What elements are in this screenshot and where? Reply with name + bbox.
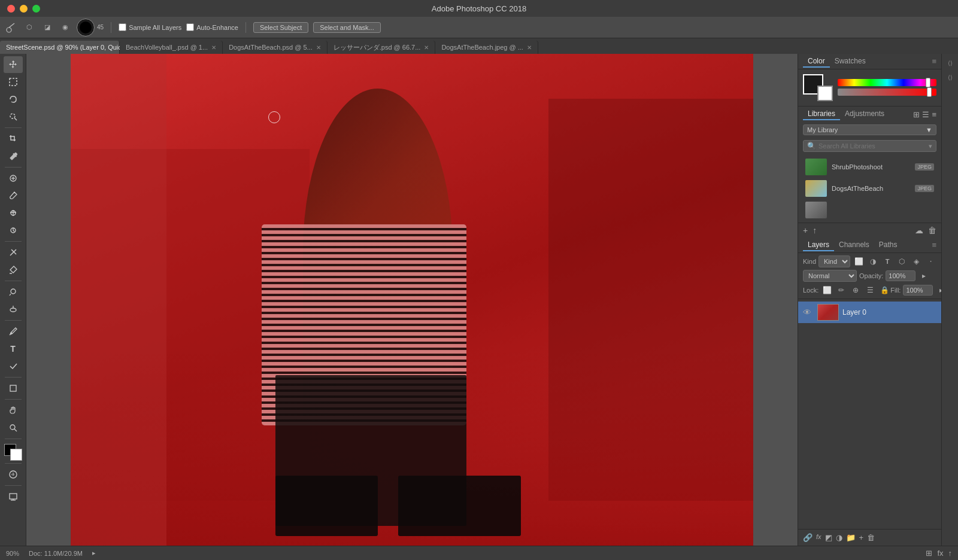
opacity-input[interactable] (886, 270, 915, 281)
layer-mask-icon[interactable]: ◩ (825, 533, 832, 542)
minimize-button[interactable] (20, 5, 28, 13)
canvas-area[interactable] (26, 54, 798, 546)
brush-icon[interactable] (4, 187, 23, 204)
blend-mode-select[interactable]: Normal (803, 270, 857, 282)
bg-color-swatch[interactable] (817, 86, 833, 101)
window-controls[interactable] (7, 5, 40, 13)
blur-tool-icon[interactable] (4, 284, 23, 300)
dodge-tool-icon[interactable] (4, 301, 23, 318)
tab-beachvolleyball-close[interactable]: ✕ (211, 44, 216, 51)
lasso-tool-icon[interactable] (4, 91, 23, 108)
layer-fx-icon[interactable]: fx (816, 533, 821, 542)
arrange-icon[interactable]: ⊞ (926, 549, 932, 558)
shape-tool-icon[interactable] (4, 380, 23, 397)
close-button[interactable] (7, 5, 15, 13)
libraries-grid-view[interactable]: ⊞ (913, 110, 920, 119)
auto-enhance-checkbox[interactable]: Auto-Enhance (186, 23, 238, 31)
tab-dogsatthebeach-close[interactable]: ✕ (316, 44, 321, 51)
text-tool-icon[interactable]: T (4, 340, 23, 357)
paint-bucket-icon[interactable] (4, 261, 23, 278)
zoom-fit-icon[interactable]: fx (937, 549, 943, 558)
eyedropper-icon[interactable] (4, 148, 23, 165)
tab-color[interactable]: Color (803, 56, 830, 68)
layer-delete-icon[interactable]: 🗑 (867, 533, 875, 542)
crop-tool-icon[interactable] (4, 130, 23, 147)
library-search-expand[interactable]: ▾ (929, 142, 932, 150)
layers-panel-menu[interactable]: ≡ (932, 241, 936, 249)
panel-expand-1[interactable]: ⟨⟩ (944, 56, 957, 69)
tab-dogsatthebeach[interactable]: DogsAtTheBeach.psd @ 5... ✕ (223, 41, 328, 54)
brush-mode-icon[interactable]: ◪ (41, 21, 54, 34)
healing-brush-icon[interactable] (4, 170, 23, 187)
brush-pressure-icon[interactable]: ◉ (59, 21, 72, 34)
tab-adjustments[interactable]: Adjustments (840, 108, 889, 120)
libraries-list-view[interactable]: ☰ (922, 110, 929, 119)
hand-tool-icon[interactable] (4, 402, 23, 419)
move-tool-icon[interactable] (4, 56, 23, 73)
quick-mask-icon[interactable] (4, 466, 23, 483)
library-upload-btn[interactable]: ↑ (813, 226, 817, 235)
layer-new-icon[interactable]: + (859, 533, 864, 542)
filter-pixel-icon[interactable]: ⬜ (853, 255, 865, 267)
opacity-arrow[interactable]: ▸ (918, 270, 930, 282)
eraser-icon[interactable] (4, 244, 23, 261)
library-add-btn[interactable]: + (803, 226, 808, 235)
library-dropdown[interactable]: My Library ▼ (803, 124, 936, 135)
filter-toggle[interactable]: ⬝ (924, 255, 936, 267)
fill-input[interactable] (903, 285, 933, 296)
libraries-panel-menu[interactable]: ≡ (932, 110, 936, 119)
layer-group-icon[interactable]: 📁 (846, 533, 856, 542)
filter-adjustment-icon[interactable]: ◑ (867, 255, 879, 267)
library-search-input[interactable] (818, 142, 926, 150)
saturation-slider[interactable] (838, 89, 936, 96)
brush-options-icon[interactable]: ⬡ (23, 21, 36, 34)
tab-paths[interactable]: Paths (874, 239, 902, 251)
sample-all-layers-checkbox[interactable]: Sample All Layers (119, 23, 181, 31)
screen-mode-icon[interactable] (4, 488, 23, 505)
lock-transparency-icon[interactable]: ⬜ (821, 284, 833, 296)
quick-selection-icon[interactable] (4, 108, 23, 125)
tab-swatches[interactable]: Swatches (830, 56, 871, 68)
share-icon[interactable]: ↑ (948, 549, 953, 558)
select-and-mask-button[interactable]: Select and Mask... (313, 22, 381, 33)
filter-type-icon[interactable]: T (881, 255, 893, 267)
tab-lesserpanda[interactable]: レッサーパンダ.psd @ 66.7... ✕ (328, 41, 436, 54)
pen-tool-icon[interactable] (4, 323, 23, 340)
layer-adjustment-icon[interactable]: ◑ (836, 533, 842, 542)
library-item-dogsatthebeach[interactable]: DogsAtTheBeach JPEG (803, 178, 936, 199)
rectangle-select-icon[interactable] (4, 74, 23, 90)
tab-beachvolleyball[interactable]: BeachVolleyball_.psd @ 1... ✕ (120, 41, 223, 54)
layer-visibility-icon[interactable]: 👁 (803, 308, 814, 317)
doc-info-expand[interactable]: ▸ (92, 549, 96, 557)
filter-shape-icon[interactable]: ⬡ (896, 255, 908, 267)
layer-item-layer0[interactable]: 👁 Layer 0 (798, 302, 941, 323)
zoom-tool-icon[interactable] (4, 419, 23, 436)
library-item-shrubphotoshoot[interactable]: ShrubPhotoshoot JPEG (803, 157, 936, 177)
lock-all-icon[interactable]: 🔒 (878, 284, 890, 296)
path-selection-icon[interactable] (4, 358, 23, 375)
background-color[interactable] (10, 449, 22, 461)
lock-position-icon[interactable]: ⊕ (850, 284, 862, 296)
library-delete-btn[interactable]: 🗑 (928, 226, 936, 235)
tab-layers[interactable]: Layers (803, 239, 834, 251)
library-search[interactable]: 🔍 ▾ (803, 140, 936, 152)
lock-paint-icon[interactable]: ✏ (835, 284, 847, 296)
history-brush-icon[interactable] (4, 222, 23, 239)
tab-lesserpanda-close[interactable]: ✕ (424, 44, 429, 51)
auto-enhance-input[interactable] (186, 23, 194, 31)
tab-streetscene[interactable]: StreetScene.psd @ 90% (Layer 0, Quick Ma… (0, 41, 120, 54)
fg-bg-display[interactable] (803, 74, 833, 101)
tab-dogsatthebeach2[interactable]: DogsAtTheBeach.jpeg @ ... ✕ (435, 41, 538, 54)
filter-smartobj-icon[interactable]: ◈ (910, 255, 922, 267)
color-panel-menu[interactable]: ≡ (932, 57, 936, 66)
layer-link-icon[interactable]: 🔗 (803, 533, 813, 542)
lock-artboard-icon[interactable]: ☰ (864, 284, 876, 296)
layers-kind-select[interactable]: Kind (818, 255, 850, 267)
panel-expand-2[interactable]: ⟨⟩ (944, 71, 957, 84)
hue-slider[interactable] (838, 79, 936, 86)
maximize-button[interactable] (32, 5, 40, 13)
tab-channels[interactable]: Channels (834, 239, 874, 251)
library-item-3[interactable] (803, 200, 936, 220)
brush-tool-icon[interactable] (5, 21, 18, 34)
brush-preview[interactable] (77, 19, 95, 36)
